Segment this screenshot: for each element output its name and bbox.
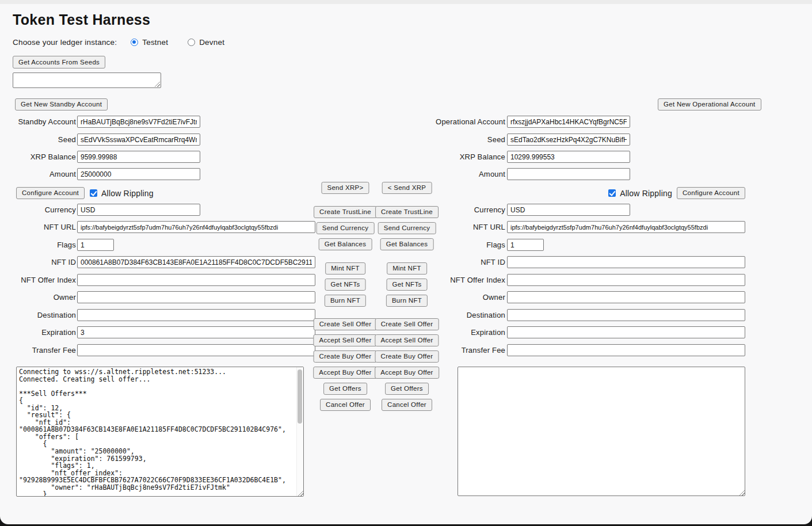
standby-get-nfts-button[interactable]: Get NFTs — [325, 279, 366, 291]
operational-destination-input[interactable] — [507, 309, 745, 321]
operational-allow-rippling-checkbox[interactable] — [608, 189, 616, 197]
operational-transfer-fee-label: Transfer Fee — [422, 344, 505, 357]
standby-owner-row: Owner — [1, 291, 316, 304]
standby-account-input[interactable] — [77, 116, 200, 128]
operational-currency-row: Currency — [422, 204, 747, 216]
standby-nft-id-row: NFT ID — [1, 256, 316, 269]
operational-cancel-offer-button[interactable]: Cancel Offer — [382, 399, 432, 411]
standby-seed-input[interactable] — [77, 134, 200, 146]
operational-amount-input[interactable] — [507, 168, 630, 180]
standby-amount-row: Amount — [1, 168, 316, 181]
standby-accept-sell-offer-button[interactable]: Accept Sell Offer — [313, 334, 377, 346]
standby-results-textarea[interactable]: Connecting to wss://s.altnet.rippletest.… — [16, 367, 304, 497]
standby-create-sell-offer-button[interactable]: Create Sell Offer — [314, 318, 378, 330]
standby-get-offers-button[interactable]: Get Offers — [323, 383, 367, 395]
page-title: Token Test Harness — [13, 12, 150, 28]
operational-nft-id-row: NFT ID — [422, 256, 747, 269]
operational-amount-row: Amount — [422, 168, 747, 181]
operational-mint-nft-button[interactable]: Mint NFT — [387, 262, 427, 275]
standby-create-trustline-button[interactable]: Create TrustLine — [314, 206, 377, 218]
standby-send-xrp-button[interactable]: Send XRP> — [321, 182, 369, 194]
operational-owner-input[interactable] — [507, 291, 745, 303]
operational-owner-label: Owner — [422, 291, 505, 304]
standby-allow-rippling-checkbox[interactable] — [90, 189, 97, 197]
standby-currency-input[interactable] — [77, 204, 200, 216]
radio-testnet[interactable]: Testnet — [131, 38, 168, 47]
standby-send-currency-button[interactable]: Send Currency — [317, 222, 375, 234]
standby-get-balances-button[interactable]: Get Balances — [319, 238, 372, 250]
testnet-radio-label: Testnet — [142, 38, 168, 47]
operational-nft-offer-index-input[interactable] — [507, 274, 745, 286]
operational-transfer-fee-input[interactable] — [507, 344, 745, 356]
operational-balance-input[interactable] — [507, 151, 630, 163]
standby-amount-label: Amount — [1, 168, 76, 181]
testnet-radio-icon[interactable] — [131, 39, 138, 46]
standby-expiration-input[interactable] — [77, 326, 315, 338]
standby-balance-row: XRP Balance — [1, 151, 316, 163]
standby-action-buttons: Send XRP> Create TrustLine Send Currency… — [318, 0, 373, 524]
operational-get-offers-button[interactable]: Get Offers — [385, 383, 429, 395]
standby-nft-offer-index-input[interactable] — [77, 274, 315, 286]
standby-balance-input[interactable] — [77, 151, 200, 163]
standby-expiration-row: Expiration — [1, 326, 316, 339]
operational-transfer-fee-row: Transfer Fee — [422, 344, 747, 357]
operational-results-textarea[interactable] — [458, 367, 745, 496]
operational-balance-label: XRP Balance — [422, 151, 505, 163]
get-new-standby-account-button[interactable]: Get New Standby Account — [15, 98, 108, 110]
standby-configure-row: Configure Account Allow Rippling — [16, 187, 154, 199]
standby-transfer-fee-label: Transfer Fee — [1, 344, 76, 357]
operational-nft-id-input[interactable] — [507, 256, 745, 268]
standby-mint-nft-button[interactable]: Mint NFT — [325, 262, 365, 275]
get-new-operational-account-button[interactable]: Get New Operational Account — [658, 98, 761, 110]
ledger-prompt-label: Choose your ledger instance: — [13, 38, 117, 47]
get-accounts-from-seeds-button[interactable]: Get Accounts From Seeds — [13, 56, 105, 68]
operational-nft-id-label: NFT ID — [422, 256, 505, 269]
standby-burn-nft-button[interactable]: Burn NFT — [325, 295, 366, 307]
operational-currency-input[interactable] — [507, 204, 630, 216]
standby-cancel-offer-button[interactable]: Cancel Offer — [320, 399, 371, 411]
operational-currency-label: Currency — [422, 204, 505, 216]
standby-destination-row: Destination — [1, 309, 316, 322]
operational-expiration-label: Expiration — [422, 326, 505, 339]
standby-destination-label: Destination — [1, 309, 76, 322]
operational-owner-row: Owner — [422, 291, 747, 304]
standby-flags-input[interactable] — [77, 239, 114, 251]
operational-expiration-row: Expiration — [422, 326, 747, 339]
standby-results-scrollbar[interactable] — [296, 367, 303, 496]
operational-nft-url-input[interactable] — [507, 221, 745, 233]
operational-configure-account-button[interactable]: Configure Account — [677, 187, 745, 199]
standby-owner-input[interactable] — [77, 291, 315, 303]
devnet-radio-icon[interactable] — [188, 39, 195, 46]
standby-accept-buy-offer-button[interactable]: Accept Buy Offer — [313, 367, 378, 379]
standby-nft-url-input[interactable] — [77, 221, 315, 233]
resize-handle-icon[interactable] — [154, 81, 160, 87]
operational-get-nfts-button[interactable]: Get NFTs — [387, 279, 428, 291]
standby-destination-input[interactable] — [77, 309, 315, 321]
operational-expiration-input[interactable] — [507, 326, 745, 338]
operational-accept-buy-offer-button[interactable]: Accept Buy Offer — [375, 367, 439, 379]
operational-seed-input[interactable] — [507, 134, 630, 146]
standby-amount-input[interactable] — [77, 168, 200, 180]
operational-nft-url-label: NFT URL — [422, 221, 505, 234]
standby-transfer-fee-input[interactable] — [77, 344, 315, 356]
standby-configure-account-button[interactable]: Configure Account — [16, 187, 85, 199]
operational-flags-input[interactable] — [507, 239, 544, 251]
standby-account-label: Standby Account — [1, 116, 76, 128]
operational-flags-label: Flags — [422, 239, 505, 251]
standby-create-buy-offer-button[interactable]: Create Buy Offer — [314, 350, 378, 363]
resize-handle-icon[interactable] — [297, 490, 303, 496]
radio-devnet[interactable]: Devnet — [188, 38, 224, 47]
standby-account-row: Standby Account — [1, 116, 316, 128]
operational-configure-row: Allow Rippling Configure Account — [422, 187, 745, 199]
operational-destination-label: Destination — [422, 309, 505, 322]
seeds-textarea[interactable]: sEdVVkSsswaXPCvEatRmcarRrq4WmJV sEdTao2d… — [13, 73, 161, 88]
scrollbar-thumb[interactable] — [298, 369, 302, 424]
token-test-harness-page: Token Test Harness Choose your ledger in… — [0, 0, 812, 524]
standby-expiration-label: Expiration — [1, 326, 76, 339]
operational-account-input[interactable] — [507, 116, 630, 128]
resize-handle-icon[interactable] — [738, 489, 745, 495]
standby-nft-id-label: NFT ID — [1, 256, 76, 269]
standby-nft-id-input[interactable] — [77, 256, 315, 268]
standby-nft-url-label: NFT URL — [1, 221, 76, 234]
standby-seed-row: Seed — [1, 134, 316, 146]
